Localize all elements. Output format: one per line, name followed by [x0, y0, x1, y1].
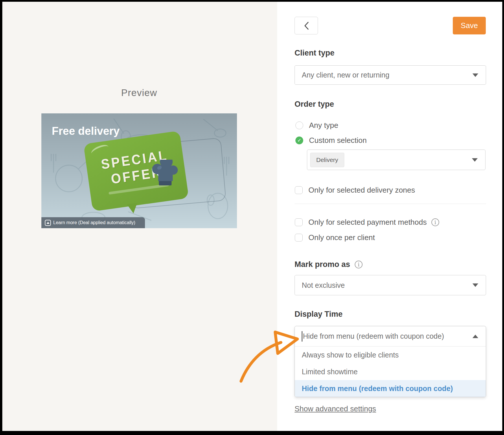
- section-divider: [295, 204, 486, 204]
- radio-any-type[interactable]: Any type: [295, 121, 338, 130]
- banner-footer-bar: Learn more (Deal applied automatically): [41, 217, 145, 228]
- display-time-combobox: Hide from menu (redeem with coupon code)…: [295, 326, 486, 397]
- info-glyph: i: [435, 219, 436, 225]
- client-type-select[interactable]: Any client, new or returning: [295, 65, 486, 85]
- client-type-label: Client type: [295, 49, 334, 58]
- show-advanced-settings-link[interactable]: Show advanced settings: [295, 404, 376, 413]
- checkbox-delivery-zones[interactable]: Only for selected delivery zones: [295, 186, 415, 195]
- radio-custom-selection[interactable]: ✓ Custom selection: [295, 136, 367, 145]
- text-cursor: [302, 331, 302, 342]
- checkbox-icon: [295, 218, 303, 226]
- display-time-value: Hide from menu (redeem with coupon code): [303, 332, 444, 340]
- radio-any-type-label: Any type: [309, 121, 338, 130]
- promo-banner-preview: Free delivery SPECIAL OFFER Learn more (…: [41, 113, 237, 228]
- display-time-label: Display Time: [295, 310, 343, 319]
- banner-heading: Free delivery: [52, 125, 119, 137]
- preview-panel: Preview Free delivery S: [2, 2, 277, 431]
- save-button[interactable]: Save: [453, 17, 486, 34]
- mark-promo-label: Mark promo as: [295, 260, 350, 269]
- option-hide-from-menu[interactable]: Hide from menu (redeem with coupon code): [295, 380, 486, 397]
- option-always-show[interactable]: Always show to eligible clients: [295, 346, 486, 363]
- info-glyph: i: [358, 261, 360, 268]
- learn-more-icon: [45, 220, 51, 226]
- preview-title: Preview: [41, 87, 237, 98]
- checkbox-icon: [295, 186, 303, 194]
- app-window: Preview Free delivery S: [2, 2, 502, 431]
- chevron-down-icon: [472, 283, 478, 287]
- check-glyph: ✓: [297, 137, 301, 143]
- radio-circle-icon: [295, 121, 303, 129]
- delivery-chip[interactable]: Delivery: [310, 153, 344, 167]
- checkbox-icon: [295, 234, 303, 242]
- chevron-left-icon: [304, 21, 309, 30]
- checkbox-delivery-zones-label: Only for selected delivery zones: [308, 186, 415, 195]
- back-button[interactable]: [295, 17, 318, 34]
- checkbox-payment-methods[interactable]: Only for selected payment methods i: [295, 218, 439, 227]
- checkbox-payment-methods-label: Only for selected payment methods: [308, 218, 427, 227]
- info-icon[interactable]: i: [431, 218, 439, 226]
- mark-promo-label-row: Mark promo as i: [295, 260, 363, 269]
- chevron-up-icon: [472, 335, 478, 338]
- radio-checked-icon: ✓: [295, 137, 303, 144]
- display-time-input[interactable]: Hide from menu (redeem with coupon code): [295, 326, 486, 346]
- order-type-multiselect[interactable]: Delivery: [307, 150, 485, 170]
- mark-promo-value: Not exclusive: [302, 281, 345, 290]
- banner-footer-text: Learn more (Deal applied automatically): [53, 220, 135, 225]
- chevron-down-icon: [472, 158, 478, 162]
- chef-hat-icon: [151, 160, 180, 187]
- chevron-down-icon: [472, 73, 478, 77]
- checkbox-once-per-client[interactable]: Only once per client: [295, 233, 375, 242]
- mark-promo-select[interactable]: Not exclusive: [295, 275, 486, 295]
- client-type-value: Any client, new or returning: [302, 71, 389, 79]
- info-icon[interactable]: i: [355, 261, 363, 268]
- option-limited-showtime[interactable]: Limited showtime: [295, 363, 486, 380]
- radio-custom-selection-label: Custom selection: [309, 136, 367, 145]
- settings-panel: Save Client type Any client, new or retu…: [277, 2, 502, 431]
- order-type-label: Order type: [295, 100, 334, 109]
- checkbox-once-per-client-label: Only once per client: [308, 233, 375, 242]
